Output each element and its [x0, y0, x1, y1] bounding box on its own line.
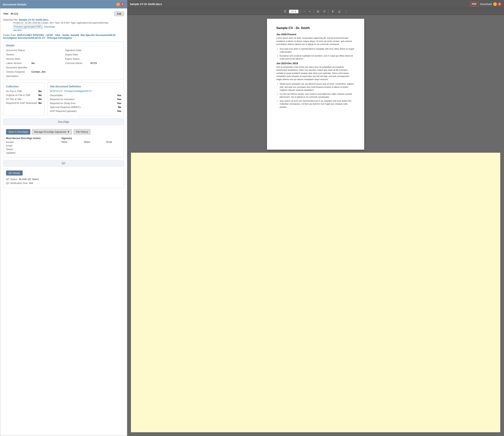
- site-doc-link[interactable]: 04.02.01 CV - Principal Investigator/PI …: [50, 90, 121, 92]
- pdf-bullet-list-2: Neque porro quisquam est, qui dolorem ip…: [280, 82, 355, 109]
- detail-empty-2: [65, 70, 121, 73]
- coll-label-orig-tmf: Original on File in TMF:: [6, 94, 31, 97]
- list-item: Ut enim ad minima veniam, quis nostrum e…: [280, 92, 355, 99]
- detail-row-latest-version: Latest Version: No: [6, 62, 62, 64]
- detail-label-description: Description:: [6, 75, 30, 77]
- qc-section: QC QC Ready QC Status: BLANK QC Status Q…: [3, 160, 124, 188]
- docusign-signer-columns: Name Status Email: [61, 141, 121, 143]
- save-pdf-button[interactable]: ⬇: [330, 9, 335, 14]
- list-item: Excepteur sint occaecat cupidatat non pr…: [280, 54, 355, 60]
- panel-header: Document Details – ✕: [0, 0, 127, 9]
- open-in-docusign-button[interactable]: Open in DocuSign: [6, 129, 30, 135]
- pdf-bullet-list-1: Duis aute irure dolor in reprehenderit i…: [280, 47, 355, 60]
- pdf-title: Sample CV - Dr. Smith: [276, 26, 355, 30]
- detail-row-doc-status: Document Status:: [6, 49, 62, 52]
- close-button[interactable]: ✕: [121, 2, 124, 6]
- right-header-actions: PDF Download – ✕: [470, 2, 501, 6]
- title-value: PI CV: [11, 12, 18, 15]
- detail-row-users-assigned: User(s) Assigned: Curtain, Jen: [6, 70, 62, 73]
- download-link[interactable]: Download: [44, 25, 55, 28]
- qc-header: QC: [3, 160, 124, 166]
- print-button[interactable]: 🖨: [337, 9, 342, 14]
- site-label-placeholder: Placeholder:: [50, 94, 117, 97]
- rotate-button[interactable]: ↺: [322, 9, 326, 14]
- detail-label-doc-status: Document Status:: [6, 49, 30, 52]
- zoom-in-button[interactable]: +: [308, 9, 312, 14]
- detail-value-users-assigned: Curtain, Jen: [31, 70, 45, 73]
- site-label-req-activation: Required for Activation:: [50, 98, 117, 101]
- detail-label-sig-date: Signature Date:: [65, 49, 90, 52]
- docusign-email-label: Email:: [6, 144, 13, 147]
- coll-value-eisf: No: [38, 102, 42, 104]
- site-row-req-study-end: Required for Study End: Yes: [50, 102, 121, 105]
- attached-label: Attached File:: [3, 18, 18, 21]
- qc-ready-button[interactable]: QC Ready: [6, 171, 23, 175]
- page-info: 1 / 1: [289, 10, 298, 13]
- panel-content: Title: PI CV Edit Attached File: Sample …: [0, 9, 127, 436]
- collection-title: Collection: [6, 85, 42, 88]
- detail-row-version-date: Version Date:: [6, 57, 62, 60]
- coll-row-tmf: On File in TMF: No: [6, 90, 42, 93]
- right-minimize-button[interactable]: –: [493, 2, 497, 6]
- site-value-eisf-req: Yes: [117, 110, 121, 112]
- detail-label-expiry-date: Expiry Date:: [65, 53, 90, 56]
- right-header: Sample CV Dr Smith.docx PDF Download – ✕: [127, 0, 504, 8]
- right-close-button[interactable]: ✕: [498, 2, 501, 6]
- detail-row-expiry-status: Expiry Status:: [65, 57, 121, 60]
- coll-value-site: No: [38, 98, 42, 100]
- minimize-button[interactable]: –: [116, 2, 120, 6]
- site-value-approval-req: No: [118, 106, 121, 109]
- site-row-req-activation: Required for Activation: Yes: [50, 98, 121, 101]
- attached-file-section: Attached File: Sample CV Dr Smith.docx P…: [3, 18, 124, 31]
- coll-row-eisf: Required for eISF Download: No: [6, 102, 42, 104]
- qc-status-label: QC Status:: [6, 178, 18, 181]
- detail-label-latest-version: Latest Version:: [6, 62, 30, 64]
- qc-verification-label: QC Verification Due:: [6, 182, 28, 184]
- docusign-updated-row: Updated:: [6, 151, 61, 154]
- site-doc-title: Site Document Definition: [50, 85, 121, 88]
- preview-link[interactable]: Preview (generated PDF): [13, 25, 43, 28]
- detail-row-expiry-date: Expiry Date:: [65, 53, 121, 56]
- more-options-button[interactable]: ⋮: [343, 9, 349, 14]
- detail-label-doc-specifier: Document Specifier:: [6, 66, 30, 69]
- pdf-badge-button[interactable]: PDF: [470, 2, 478, 6]
- details-section: Details Document Status: Signature Date:…: [3, 42, 124, 80]
- pdf-section-header-2: Jan 2015-Dec 2019: [276, 62, 355, 65]
- docusign-email-row: Email:: [6, 144, 61, 147]
- pdf-body-text-2: Sed ut perspiciatis unde omnis iste natu…: [276, 65, 355, 81]
- coll-value-tmf: No: [38, 90, 42, 93]
- file-history-button[interactable]: File History: [73, 129, 90, 135]
- site-value-req-study-end: Yes: [117, 102, 121, 105]
- detail-label-common-name: Common Name:: [65, 62, 90, 64]
- qc-status-row: QC Status: BLANK QC Status: [6, 178, 121, 181]
- edit-button[interactable]: Edit: [114, 11, 124, 16]
- coll-row-orig-tmf: Original on File in TMF: No: [6, 94, 42, 97]
- site-label-eisf-req: eISF Required (uploads):: [50, 110, 117, 112]
- left-panel: Document Details – ✕ Title: PI CV Edit A…: [0, 0, 127, 436]
- detail-row-version: Version:: [6, 53, 62, 56]
- menu-icon-button[interactable]: ☰: [283, 9, 288, 14]
- list-item: Quis autem vel eum iure reprehenderit qu…: [280, 99, 355, 109]
- see-less-link[interactable]: see less...: [13, 29, 124, 31]
- download-button[interactable]: Download: [480, 3, 492, 6]
- file-link[interactable]: Sample CV Dr Smith.docx: [19, 18, 49, 21]
- detail-row-sig-date: Signature Date:: [65, 49, 121, 52]
- panel-title: Document Details: [3, 3, 27, 6]
- title-row: Title: PI CV Edit: [3, 11, 124, 16]
- fit-page-button[interactable]: ⊞: [315, 9, 320, 14]
- signer-col-email: Email: [106, 141, 121, 143]
- signer-col-name: Name: [61, 141, 76, 143]
- folder-path-value[interactable]: 2020-FLU/BY SITE/1001 : UCSF : USA : Smi…: [3, 34, 116, 39]
- detail-value-latest-version: No: [31, 62, 35, 64]
- pdf-body-text-1: Lorem ipsum dolor sit amet, consectetur …: [276, 36, 355, 46]
- qc-verification-value: N/A: [29, 182, 33, 184]
- zoom-out-button[interactable]: −: [302, 9, 306, 14]
- detail-label-expiry-status: Expiry Status:: [65, 57, 90, 60]
- detail-row-description: Description:: [6, 75, 62, 77]
- site-value-placeholder: Yes: [117, 94, 121, 97]
- pdf-toolbar: ☰ 1 / 1 | − + | ⊞ ↺ | ⬇ 🖨 ⋮: [127, 8, 504, 15]
- docusign-left-col: Most Recent DocuSign Action Sender: Emai…: [6, 137, 61, 155]
- pdf-filename: Sample CV Dr Smith.docx: [130, 3, 162, 6]
- list-item: Duis aute irure dolor in reprehenderit i…: [280, 47, 355, 54]
- manage-signatures-button[interactable]: Manage DocuSign Signatures ▼: [32, 129, 72, 135]
